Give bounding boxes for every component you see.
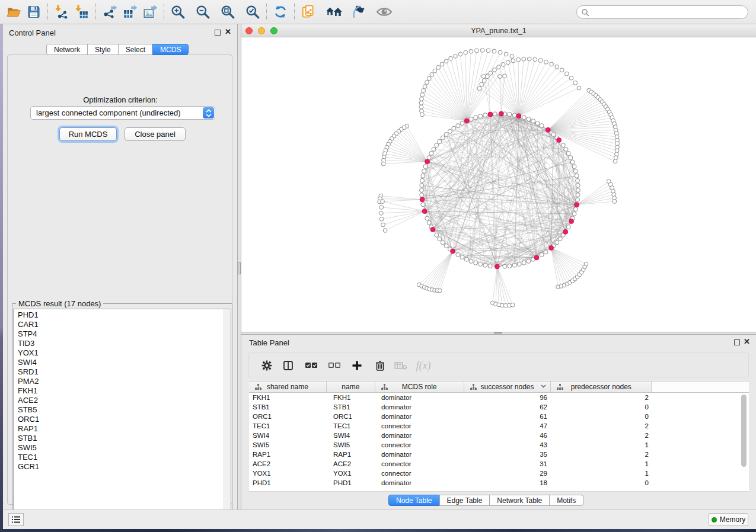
mcds-list-item[interactable]: ORC1 (14, 415, 231, 424)
cell-predecessor_nodes[interactable]: 0 (551, 478, 652, 488)
cell-successor_nodes[interactable]: 96 (464, 393, 551, 402)
tab-mcds[interactable]: MCDS (152, 44, 189, 55)
tab-select[interactable]: Select (118, 44, 153, 55)
cell-mcds_role[interactable]: connector (375, 469, 464, 478)
cell-predecessor_nodes[interactable]: 2 (551, 393, 652, 402)
table-row[interactable]: TEC1TEC1connector472 (249, 421, 749, 431)
cell-successor_nodes[interactable]: 31 (464, 459, 551, 469)
cell-successor_nodes[interactable]: 47 (464, 421, 551, 431)
tab-node-table[interactable]: Node Table (388, 495, 440, 506)
table-row[interactable]: ORC1ORC1dominator610 (249, 412, 749, 421)
cell-mcds_role[interactable]: dominator (375, 431, 464, 440)
mcds-list-item[interactable]: FKH1 (14, 386, 231, 396)
export-network-button[interactable] (100, 2, 120, 21)
import-network-button[interactable] (52, 2, 72, 21)
cell-predecessor_nodes[interactable]: 2 (551, 421, 652, 431)
mcds-list-item[interactable]: SRD1 (14, 367, 231, 377)
export-image-button[interactable] (140, 2, 160, 21)
cell-name[interactable]: YOX1 (327, 469, 375, 478)
mcds-list-item[interactable]: SWI5 (14, 443, 231, 453)
select-all-columns-button[interactable] (304, 358, 319, 373)
cell-name[interactable]: ORC1 (327, 412, 375, 421)
cell-successor_nodes[interactable]: 35 (464, 450, 551, 459)
mcds-list-item[interactable]: YOX1 (14, 348, 231, 358)
mcds-list-item[interactable]: STB1 (14, 434, 231, 443)
cell-shared_name[interactable]: ACE2 (249, 459, 327, 469)
mcds-list-item[interactable]: GCR1 (14, 462, 231, 472)
cell-name[interactable]: ACE2 (327, 459, 375, 469)
cell-mcds_role[interactable]: connector (375, 421, 464, 431)
cell-shared_name[interactable]: FKH1 (249, 393, 327, 402)
table-row[interactable]: FKH1FKH1dominator962 (249, 393, 749, 402)
mcds-result-list[interactable]: PHD1CAR1STP4TID3YOX1SWI4SRD1PMA2FKH1ACE2… (13, 309, 231, 523)
search-input[interactable] (589, 7, 748, 18)
zoom-fit-button[interactable] (218, 2, 238, 21)
task-history-button[interactable] (8, 513, 24, 526)
cell-successor_nodes[interactable]: 18 (464, 478, 551, 488)
cell-name[interactable]: SWI4 (327, 431, 375, 440)
cell-predecessor_nodes[interactable]: 1 (551, 459, 652, 469)
cell-shared_name[interactable]: RAP1 (249, 450, 327, 459)
column-header-name[interactable]: name (327, 382, 375, 392)
column-header-successor-nodes[interactable]: successor nodes (464, 382, 551, 392)
splitter-grip[interactable] (494, 332, 502, 334)
cell-shared_name[interactable]: TEC1 (249, 421, 327, 431)
table-row[interactable]: PHD1PHD1dominator180 (249, 478, 749, 488)
cell-shared_name[interactable]: ORC1 (249, 412, 327, 421)
column-header-shared-name[interactable]: shared name (249, 382, 327, 392)
show-column-button[interactable] (280, 358, 296, 373)
cell-name[interactable]: SWI5 (327, 440, 375, 450)
cell-mcds_role[interactable]: dominator (375, 412, 464, 421)
mcds-list-item[interactable]: TEC1 (14, 453, 231, 462)
cell-predecessor_nodes[interactable]: 2 (551, 431, 652, 440)
table-row[interactable]: SWI4SWI4dominator462 (249, 431, 749, 440)
table-row[interactable]: RAP1RAP1dominator352 (249, 450, 749, 459)
run-mcds-button[interactable]: Run MCDS (59, 127, 117, 141)
home-view-button[interactable] (324, 2, 344, 21)
float-panel-button[interactable] (215, 30, 221, 36)
list-scrollbar[interactable] (224, 309, 231, 522)
cell-predecessor_nodes[interactable]: 2 (551, 450, 652, 459)
cell-name[interactable]: TEC1 (327, 421, 375, 431)
show-hide-details-button[interactable] (374, 2, 394, 21)
mcds-list-item[interactable]: TID3 (14, 339, 231, 348)
zoom-out-button[interactable] (193, 2, 213, 21)
open-file-button[interactable] (4, 2, 24, 21)
unselect-all-columns-button[interactable] (327, 358, 342, 373)
tab-motifs[interactable]: Motifs (549, 495, 583, 506)
refresh-layout-button[interactable] (270, 2, 291, 21)
graphics-details-button[interactable] (349, 2, 369, 21)
cell-mcds_role[interactable]: connector (375, 440, 464, 450)
tab-style[interactable]: Style (87, 44, 119, 55)
mcds-list-item[interactable]: STP4 (14, 329, 231, 339)
table-row[interactable]: SWI5SWI5connector431 (249, 440, 749, 450)
cell-name[interactable]: PHD1 (327, 478, 375, 488)
cell-shared_name[interactable]: SWI4 (249, 431, 327, 440)
mcds-list-item[interactable]: STB5 (14, 405, 231, 415)
cell-predecessor_nodes[interactable]: 1 (551, 469, 652, 478)
cell-mcds_role[interactable]: dominator (375, 450, 464, 459)
close-table-panel-button[interactable]: ✕ (743, 338, 751, 346)
cell-shared_name[interactable]: PHD1 (249, 478, 327, 488)
delete-column-button[interactable] (372, 358, 388, 373)
cell-name[interactable]: RAP1 (327, 450, 375, 459)
column-header-MCDS-role[interactable]: MCDS role (375, 382, 464, 392)
mcds-list-item[interactable]: ACE2 (14, 396, 231, 405)
cell-name[interactable]: FKH1 (327, 393, 375, 402)
clone-network-button[interactable] (298, 2, 318, 21)
table-row[interactable]: ACE2ACE2connector311 (249, 459, 749, 469)
import-table-button[interactable] (72, 2, 92, 21)
float-table-panel-button[interactable] (734, 339, 740, 345)
cell-shared_name[interactable]: YOX1 (249, 469, 327, 478)
mcds-list-item[interactable]: PHD1 (14, 310, 231, 320)
mcds-list-item[interactable]: SWI4 (14, 358, 231, 367)
cell-predecessor_nodes[interactable]: 0 (551, 402, 652, 412)
table-row[interactable]: YOX1YOX1connector291 (249, 469, 749, 478)
mcds-list-item[interactable]: RAP1 (14, 424, 231, 434)
mcds-list-item[interactable]: PMA2 (14, 377, 231, 386)
table-row[interactable]: STB1STB1dominator620 (249, 402, 749, 412)
cell-successor_nodes[interactable]: 29 (464, 469, 551, 478)
zoom-in-button[interactable] (168, 2, 188, 21)
cell-successor_nodes[interactable]: 43 (464, 440, 551, 450)
close-panel-button[interactable]: ✕ (224, 28, 232, 36)
